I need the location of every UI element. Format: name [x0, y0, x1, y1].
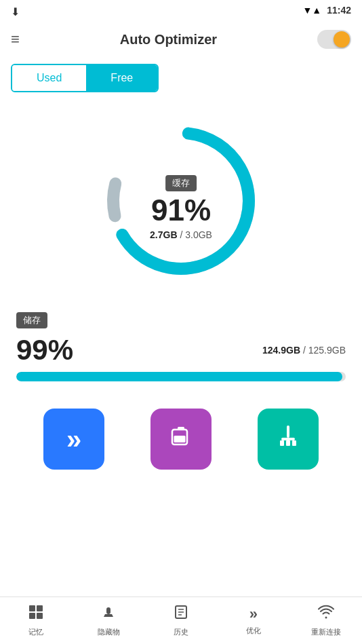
svg-rect-9	[286, 440, 290, 446]
storage-used: 124.9GB	[262, 345, 300, 356]
used-free-tabs: Used Free	[11, 64, 159, 92]
app-header: ≡ Auto Optimizer	[0, 20, 362, 58]
storage-percent: 99%	[16, 334, 73, 366]
battery-icon	[167, 423, 195, 456]
nav-reconnect-label: 重新连接	[311, 627, 341, 637]
svg-rect-15	[106, 607, 110, 614]
storage-section: 储存 99% 124.9GB / 125.9GB	[0, 312, 362, 381]
nav-reconnect[interactable]: 重新连接	[289, 604, 362, 637]
nav-hidden[interactable]: 隐藏物	[73, 604, 145, 637]
hidden-icon	[100, 604, 117, 624]
storage-bar-container	[16, 372, 346, 381]
bottom-nav: 记忆 隐藏物 历史 » 优化	[0, 596, 362, 644]
nav-history-label: 历史	[174, 627, 188, 637]
storage-label-badge: 储存	[16, 312, 47, 328]
action-section: »	[0, 388, 362, 470]
wifi-nav-icon	[318, 604, 334, 624]
storage-total: 125.9GB	[308, 345, 346, 356]
storage-values: 124.9GB / 125.9GB	[262, 345, 346, 356]
svg-rect-11	[29, 605, 35, 611]
storage-row: 99% 124.9GB / 125.9GB	[16, 334, 346, 366]
status-bar: ▼▲ 11:42	[0, 0, 362, 20]
gauge-label: 缓存	[165, 175, 197, 191]
nav-memory-label: 记忆	[28, 627, 43, 637]
svg-rect-10	[292, 440, 296, 446]
time: 11:42	[327, 5, 351, 16]
memory-icon	[28, 604, 44, 624]
menu-icon[interactable]: ≡	[11, 31, 20, 48]
free-tab[interactable]: Free	[86, 65, 157, 91]
gauge-center: 缓存 91% 2.7GB / 3.0GB	[150, 175, 212, 240]
storage-bar-fill	[16, 372, 342, 381]
gauge-sub: 2.7GB / 3.0GB	[150, 229, 212, 240]
app-title: Auto Optimizer	[120, 32, 217, 48]
gauge-used: 2.7GB	[150, 229, 177, 240]
gauge-total: 3.0GB	[185, 229, 212, 240]
gauge-container: 缓存 91% 2.7GB / 3.0GB	[93, 113, 269, 289]
boost-icon: »	[66, 424, 81, 455]
svg-rect-13	[29, 613, 35, 619]
gauge-separator: /	[180, 229, 185, 240]
nav-hidden-label: 隐藏物	[98, 627, 120, 637]
nav-memory[interactable]: 记忆	[0, 604, 73, 637]
nav-history[interactable]: 历史	[145, 604, 218, 637]
svg-rect-5	[178, 427, 184, 430]
broom-icon	[275, 423, 302, 456]
svg-rect-6	[287, 425, 289, 438]
storage-sep: /	[303, 345, 308, 356]
nav-optimize[interactable]: » 优化	[217, 605, 289, 636]
svg-rect-4	[174, 436, 186, 442]
clean-button[interactable]	[258, 409, 319, 470]
auto-optimizer-toggle[interactable]	[317, 30, 351, 49]
download-icon: ⬇	[11, 5, 20, 18]
optimize-icon: »	[249, 605, 258, 623]
toggle-knob	[334, 31, 350, 48]
svg-rect-7	[281, 438, 295, 440]
gauge-section: 缓存 91% 2.7GB / 3.0GB	[0, 106, 362, 296]
boost-button[interactable]: »	[43, 409, 104, 470]
svg-rect-8	[280, 440, 284, 446]
svg-rect-14	[37, 613, 43, 619]
svg-rect-12	[37, 605, 43, 611]
history-icon	[173, 604, 189, 624]
wifi-icon: ▼▲	[302, 5, 321, 16]
used-tab[interactable]: Used	[12, 65, 86, 91]
nav-optimize-label: 优化	[246, 626, 261, 636]
battery-button[interactable]	[150, 409, 212, 470]
gauge-percent: 91%	[150, 195, 212, 225]
